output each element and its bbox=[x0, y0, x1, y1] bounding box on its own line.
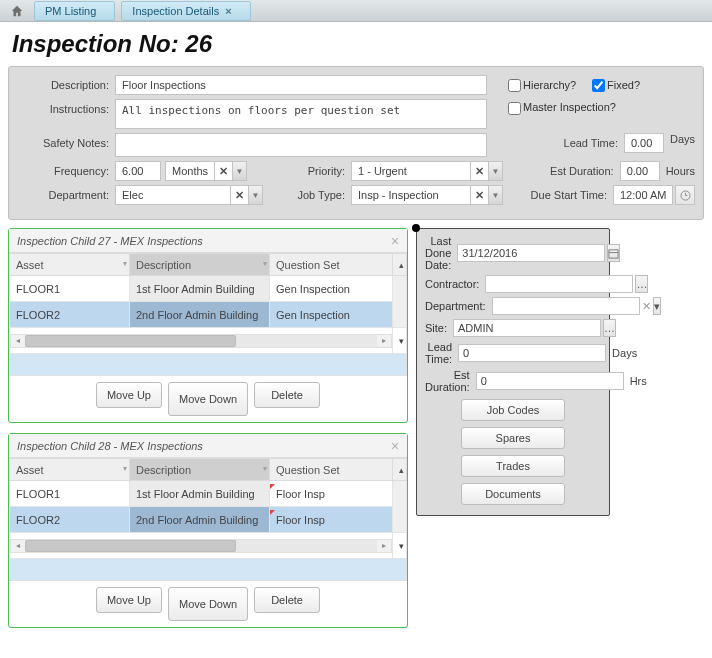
side-lead-time-unit: Days bbox=[606, 347, 637, 359]
clock-icon[interactable] bbox=[675, 185, 695, 205]
ellipsis-icon[interactable]: … bbox=[603, 319, 616, 337]
crumb-inspection-details[interactable]: Inspection Details × bbox=[121, 1, 250, 21]
home-icon[interactable] bbox=[6, 0, 28, 22]
chevron-down-icon[interactable]: ▾ bbox=[123, 464, 127, 473]
scroll-down-button[interactable]: ▾ bbox=[393, 328, 407, 354]
label-due-start-time: Due Start Time: bbox=[523, 189, 613, 201]
scrollbar-v[interactable] bbox=[393, 481, 407, 533]
cell-question-set: Floor Insp bbox=[270, 507, 393, 533]
instructions-input[interactable]: All inspections on floors per question s… bbox=[115, 99, 487, 129]
clear-icon[interactable]: ✕ bbox=[471, 185, 489, 205]
label-instructions: Instructions: bbox=[17, 99, 115, 115]
move-up-button[interactable]: Move Up bbox=[96, 587, 162, 613]
safety-notes-input[interactable] bbox=[115, 133, 487, 157]
site-input[interactable] bbox=[453, 319, 601, 337]
label-est-duration: Est Duration: bbox=[540, 165, 620, 177]
clear-icon[interactable]: ✕ bbox=[215, 161, 233, 181]
scrollbar-h[interactable]: ◂ ▸ bbox=[10, 539, 392, 553]
department-combo[interactable]: ✕ ▼ bbox=[115, 185, 263, 205]
side-lead-time-input[interactable] bbox=[458, 344, 606, 362]
due-start-time-input[interactable] bbox=[613, 185, 673, 205]
fixed-checkbox[interactable] bbox=[592, 79, 605, 92]
chevron-down-icon[interactable]: ▾ bbox=[123, 259, 127, 268]
svg-rect-1 bbox=[609, 249, 618, 257]
department-input[interactable] bbox=[115, 185, 231, 205]
scroll-down-button[interactable]: ▾ bbox=[393, 533, 407, 559]
cell-asset: FLOOR2 bbox=[10, 302, 130, 328]
table-row[interactable]: FLOOR2 2nd Floor Admin Building Floor In… bbox=[10, 507, 407, 533]
scroll-left-icon[interactable]: ◂ bbox=[11, 335, 25, 347]
chevron-down-icon[interactable]: ▼ bbox=[233, 161, 247, 181]
side-est-duration-input[interactable] bbox=[476, 372, 624, 390]
crumb-label: PM Listing bbox=[45, 5, 96, 17]
table-row[interactable]: FLOOR1 1st Floor Admin Building Gen Insp… bbox=[10, 276, 407, 302]
scrollbar-v[interactable] bbox=[393, 276, 407, 328]
move-down-button[interactable]: Move Down bbox=[168, 587, 248, 621]
description-input[interactable] bbox=[115, 75, 487, 95]
chevron-down-icon[interactable]: ▼ bbox=[489, 185, 503, 205]
contractor-input[interactable] bbox=[485, 275, 633, 293]
delete-button[interactable]: Delete bbox=[254, 382, 320, 408]
side-panel: Last Done Date: Contractor: … Department… bbox=[416, 228, 610, 516]
label-site: Site: bbox=[425, 322, 453, 334]
chevron-down-icon[interactable]: ▾ bbox=[263, 464, 267, 473]
documents-button[interactable]: Documents bbox=[461, 483, 565, 505]
scrollbar-h[interactable]: ◂ ▸ bbox=[10, 334, 392, 348]
scroll-right-icon[interactable]: ▸ bbox=[377, 540, 391, 552]
col-question-set[interactable]: Question Set bbox=[270, 254, 393, 276]
clear-icon[interactable]: ✕ bbox=[231, 185, 249, 205]
frequency-unit-input[interactable] bbox=[165, 161, 215, 181]
close-icon[interactable]: × bbox=[391, 438, 399, 454]
scroll-left-icon[interactable]: ◂ bbox=[11, 540, 25, 552]
spares-button[interactable]: Spares bbox=[461, 427, 565, 449]
breadcrumb-bar: PM Listing Inspection Details × bbox=[0, 0, 712, 22]
frequency-input[interactable] bbox=[115, 161, 161, 181]
est-duration-unit: Hours bbox=[660, 165, 695, 177]
move-down-button[interactable]: Move Down bbox=[168, 382, 248, 416]
crumb-pm-listing[interactable]: PM Listing bbox=[34, 1, 115, 21]
col-asset[interactable]: Asset▾ bbox=[10, 254, 130, 276]
child-panel-28: Inspection Child 28 - MEX Inspections × … bbox=[8, 433, 408, 628]
move-up-button[interactable]: Move Up bbox=[96, 382, 162, 408]
scroll-up-button[interactable]: ▴ bbox=[393, 254, 407, 276]
cell-description: 1st Floor Admin Building bbox=[130, 481, 270, 507]
scroll-up-button[interactable]: ▴ bbox=[393, 459, 407, 481]
frequency-unit-combo[interactable]: ✕ ▼ bbox=[165, 161, 247, 181]
job-type-combo[interactable]: ✕ ▼ bbox=[351, 185, 503, 205]
calendar-icon[interactable] bbox=[607, 244, 620, 262]
col-question-set[interactable]: Question Set bbox=[270, 459, 393, 481]
new-row[interactable] bbox=[9, 559, 407, 581]
col-description[interactable]: Description▾ bbox=[130, 254, 270, 276]
close-icon[interactable]: × bbox=[225, 5, 231, 17]
crumb-label: Inspection Details bbox=[132, 5, 219, 17]
job-codes-button[interactable]: Job Codes bbox=[461, 399, 565, 421]
last-done-date-input[interactable] bbox=[457, 244, 605, 262]
chevron-down-icon[interactable]: ▾ bbox=[653, 297, 661, 315]
label-contractor: Contractor: bbox=[425, 278, 485, 290]
lead-time-input[interactable] bbox=[624, 133, 664, 153]
master-inspection-checkbox[interactable] bbox=[508, 102, 521, 115]
chevron-down-icon[interactable]: ▼ bbox=[489, 161, 503, 181]
priority-combo[interactable]: ✕ ▼ bbox=[351, 161, 503, 181]
side-department-input[interactable] bbox=[492, 297, 640, 315]
table-row[interactable]: FLOOR2 2nd Floor Admin Building Gen Insp… bbox=[10, 302, 407, 328]
chevron-down-icon[interactable]: ▼ bbox=[249, 185, 263, 205]
priority-input[interactable] bbox=[351, 161, 471, 181]
child-panel-27: Inspection Child 27 - MEX Inspections × … bbox=[8, 228, 408, 423]
col-description[interactable]: Description▾ bbox=[130, 459, 270, 481]
delete-button[interactable]: Delete bbox=[254, 587, 320, 613]
est-duration-input[interactable] bbox=[620, 161, 660, 181]
label-department: Department: bbox=[17, 189, 115, 201]
clear-icon[interactable]: ✕ bbox=[471, 161, 489, 181]
close-icon[interactable]: × bbox=[391, 233, 399, 249]
ellipsis-icon[interactable]: … bbox=[635, 275, 648, 293]
new-row[interactable] bbox=[9, 354, 407, 376]
clear-icon[interactable]: ✕ bbox=[642, 297, 651, 315]
trades-button[interactable]: Trades bbox=[461, 455, 565, 477]
hierarchy-checkbox[interactable] bbox=[508, 79, 521, 92]
job-type-input[interactable] bbox=[351, 185, 471, 205]
table-row[interactable]: FLOOR1 1st Floor Admin Building Floor In… bbox=[10, 481, 407, 507]
col-asset[interactable]: Asset▾ bbox=[10, 459, 130, 481]
chevron-down-icon[interactable]: ▾ bbox=[263, 259, 267, 268]
scroll-right-icon[interactable]: ▸ bbox=[377, 335, 391, 347]
